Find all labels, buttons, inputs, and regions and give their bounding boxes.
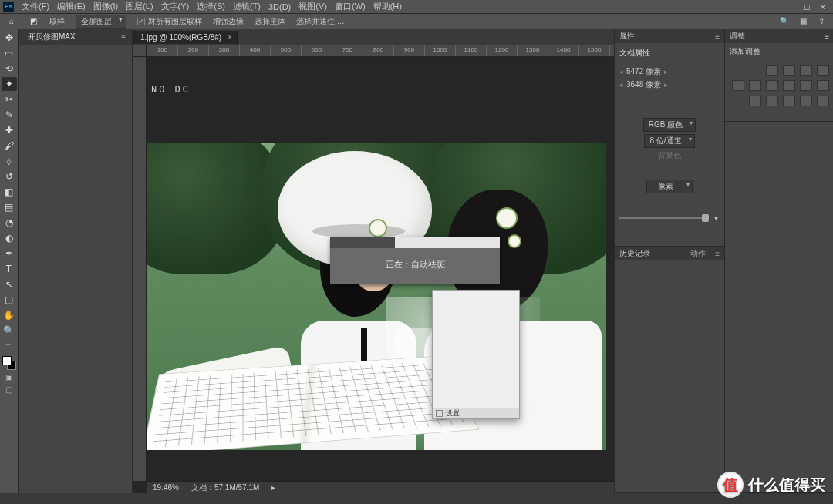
menu-window[interactable]: 窗口(W) — [335, 1, 366, 12]
gradient-tool[interactable]: ▤ — [2, 200, 17, 214]
window-minimize-button[interactable]: — — [785, 2, 794, 12]
screenmode-icon[interactable]: ▢ — [2, 384, 17, 395]
panel-menu-icon[interactable]: ≡ — [715, 32, 720, 41]
slider-chevron-icon[interactable]: ▾ — [712, 213, 720, 222]
type-tool[interactable]: T — [2, 262, 17, 276]
zoom-tool[interactable]: 🔍 — [2, 324, 17, 338]
color-mode-dropdown[interactable]: RGB 颜色 — [643, 118, 696, 132]
document-image — [147, 143, 606, 450]
bit-depth-dropdown[interactable]: 8 位/通道 — [644, 134, 694, 148]
chevron-left-icon[interactable]: ◂ — [619, 68, 623, 76]
path-select-tool[interactable]: ↖ — [2, 277, 17, 291]
select-and-mask-button[interactable]: 选择并遮住 … — [296, 16, 345, 27]
window-close-button[interactable]: × — [821, 2, 825, 12]
slider-thumb-icon[interactable] — [702, 214, 709, 222]
share-icon[interactable]: ⇪ — [816, 17, 827, 25]
panel-menu-icon[interactable]: ≡ — [715, 250, 720, 258]
heal-tool[interactable]: ✚ — [2, 123, 17, 137]
shape-tool[interactable]: ▢ — [2, 293, 17, 307]
quickmask-icon[interactable]: ▣ — [2, 371, 17, 382]
width-value[interactable]: 5472 像素 — [626, 66, 661, 77]
search-icon[interactable]: 🔍 — [779, 17, 790, 25]
tool-preset-icon[interactable]: ◩ — [28, 16, 39, 27]
menu-edit[interactable]: 编辑(E) — [57, 1, 86, 12]
sample-dropdown[interactable]: 全屏图层 — [76, 15, 126, 29]
chevron-left-icon[interactable]: ◂ — [619, 81, 623, 89]
eyedropper-tool[interactable]: ✎ — [2, 108, 17, 122]
adjust-lut-icon[interactable] — [817, 80, 829, 91]
popup-footer-icon[interactable] — [436, 410, 443, 417]
ruler-vertical[interactable] — [133, 57, 147, 481]
adjustments-title[interactable]: 调整 — [730, 31, 745, 42]
document-tab-close-icon[interactable]: × — [228, 33, 232, 42]
sample-all-layers-checkbox[interactable]: 对所有图层取样 — [137, 16, 202, 27]
document-info[interactable]: 文档：57.1M/57.1M — [191, 482, 259, 493]
color-swatch[interactable] — [2, 356, 16, 370]
dodge-tool[interactable]: ◐ — [2, 231, 17, 245]
popup-panel[interactable]: 设置 — [432, 290, 520, 419]
canvas-viewport[interactable]: NO DC — [147, 57, 614, 481]
adjust-vibrance-icon[interactable] — [732, 80, 744, 91]
progress-dialog: 正在：自动祛斑 — [330, 237, 500, 284]
adjust-hue-icon[interactable] — [749, 80, 761, 91]
adjust-gradient-map-icon[interactable] — [800, 96, 812, 106]
move-tool[interactable]: ✥ — [2, 31, 17, 45]
menu-type[interactable]: 文字(Y) — [161, 1, 190, 12]
adjust-exposure-icon[interactable] — [817, 65, 829, 76]
document-status-bar: 19.46% 文档：57.1M/57.1M ▸ — [147, 481, 614, 493]
adjust-bw-icon[interactable] — [766, 80, 778, 91]
lasso-tool[interactable]: ⟲ — [2, 62, 17, 76]
actions-tab[interactable]: 动作 — [690, 248, 706, 259]
quick-select-tool[interactable]: ✦ — [2, 77, 17, 91]
stamp-tool[interactable]: ⎀ — [2, 154, 17, 168]
menu-help[interactable]: 帮助(H) — [373, 1, 402, 12]
adjust-posterize-icon[interactable] — [766, 96, 778, 106]
ruler-horizontal[interactable]: 1002003004005006007008009001000110012001… — [147, 45, 614, 57]
crop-tool[interactable]: ✂ — [2, 92, 17, 106]
adjust-photo-filter-icon[interactable] — [783, 80, 795, 91]
eraser-tool[interactable]: ◧ — [2, 185, 17, 199]
select-subject-button[interactable]: 选择主体 — [255, 16, 285, 27]
menu-view[interactable]: 视图(V) — [298, 1, 327, 12]
history-title[interactable]: 历史记录 — [619, 248, 650, 259]
menu-select[interactable]: 选择(S) — [197, 1, 225, 12]
document-tab[interactable]: 1.jpg @ 100%(RGB/8#) × — [133, 31, 238, 44]
menu-image[interactable]: 图像(I) — [93, 1, 118, 12]
pen-tool[interactable]: ✒ — [2, 247, 17, 260]
chevron-right-icon[interactable]: ▸ — [664, 68, 668, 76]
adjust-invert-icon[interactable] — [749, 96, 761, 106]
chevron-right-icon[interactable]: ▸ — [664, 81, 668, 89]
adjust-channel-mixer-icon[interactable] — [800, 80, 812, 91]
hand-tool[interactable]: ✋ — [2, 308, 17, 322]
blur-tool[interactable]: ◔ — [2, 216, 17, 230]
window-maximize-button[interactable]: □ — [804, 2, 810, 12]
tool-more-icon[interactable]: ⋯ — [2, 339, 17, 350]
panel-menu-icon[interactable]: ≡ — [121, 33, 126, 42]
home-icon[interactable]: ⌂ — [6, 16, 17, 27]
res-unit-dropdown[interactable]: 像素 — [646, 180, 693, 193]
enhance-edge-button[interactable]: 增强边缘 — [213, 16, 244, 27]
adjust-threshold-icon[interactable] — [783, 96, 795, 106]
menu-file[interactable]: 文件(F) — [22, 1, 49, 12]
history-brush-tool[interactable]: ↺ — [2, 170, 17, 183]
adjust-levels-icon[interactable] — [783, 65, 795, 76]
adjust-curves-icon[interactable] — [800, 65, 812, 76]
height-value[interactable]: 3648 像素 — [626, 79, 661, 90]
menu-layer[interactable]: 图层(L) — [126, 1, 153, 12]
menu-filter[interactable]: 滤镜(T) — [233, 1, 261, 12]
zoom-level[interactable]: 19.46% — [153, 483, 179, 492]
properties-title[interactable]: 属性 — [619, 31, 635, 42]
adjust-brightness-icon[interactable] — [766, 65, 778, 76]
adjust-selective-color-icon[interactable] — [817, 96, 829, 106]
popup-footer-label[interactable]: 设置 — [446, 408, 460, 418]
menu-3d[interactable]: 3D(D) — [268, 2, 291, 12]
panel-menu-icon[interactable]: ≡ — [825, 32, 829, 41]
marquee-tool[interactable]: ▭ — [2, 46, 17, 60]
brush-tool[interactable]: 🖌 — [2, 139, 17, 153]
plugin-tab[interactable]: 开贝修图MAX — [25, 29, 79, 45]
status-chevron-icon[interactable]: ▸ — [271, 483, 275, 492]
ruler-tick: 1600 — [609, 45, 614, 56]
opacity-slider[interactable] — [619, 217, 709, 219]
foreground-color-swatch[interactable] — [2, 356, 12, 365]
workspace-icon[interactable]: ▦ — [798, 17, 808, 25]
